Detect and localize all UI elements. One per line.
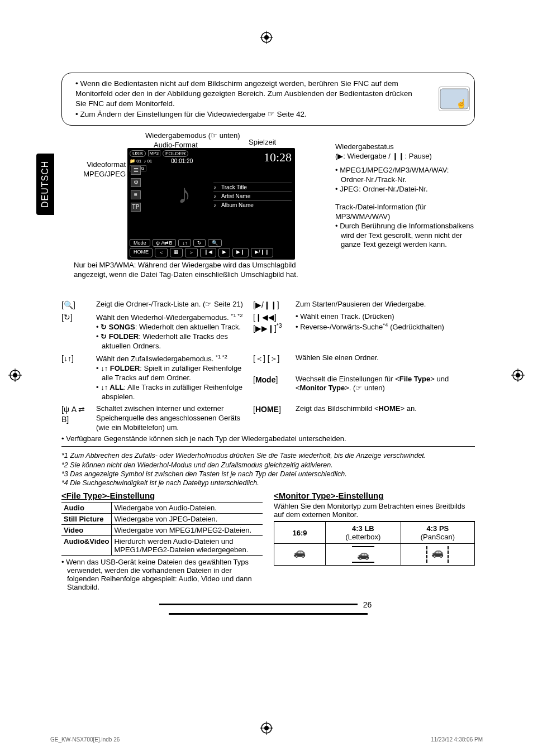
shuffle-btn-mock: ↓↑ — [178, 239, 191, 247]
desc: Zum Starten/Pausieren der Wiedergabe. — [296, 300, 475, 310]
search-icon: [🔍] — [61, 300, 93, 310]
desc: Wählt den Zufallswiedergabemodus. *1 *2 … — [96, 353, 250, 402]
ab-icon: [ψ A ⇄ B] — [61, 404, 93, 433]
footer-left: GE_KW-NSX700[E].indb 26 — [50, 736, 120, 743]
desc: Schaltet zwischen interner und externer … — [96, 404, 250, 433]
nextfolder-mock: ＞ — [185, 248, 198, 257]
callout-fileindex: MPEG1/MPEG2/MP3/WMA/WAV: Ordner-Nr./Trac… — [335, 166, 475, 194]
monitortype-heading: <Monitor Type>-Einstellung — [274, 491, 475, 500]
usb-indicator: USB — [130, 150, 146, 157]
mode-btn-mock: Mode — [130, 239, 150, 247]
home-btn-mock: HOME — [130, 248, 153, 257]
page-number: 26 — [358, 600, 378, 609]
shuffle-icon: [↓↑] — [61, 353, 93, 372]
next-btn-mock: ▶❙ — [232, 248, 249, 257]
desc: Zeigt die Ordner-/Track-Liste an. (☞ Sei… — [96, 300, 250, 310]
registration-mark — [511, 369, 525, 382]
filetype-table: AudioWiedergabe von Audio-Dateien. Still… — [61, 502, 263, 556]
file-type-setting: <File Type>-Einstellung AudioWiedergabe … — [61, 491, 263, 591]
aspect-panscan-icon — [426, 546, 449, 563]
registration-mark — [260, 31, 273, 44]
desc: Wählt den Wiederhol-Wiedergabemodus. *1 … — [96, 312, 250, 351]
playpause-icon: [▶/❙❙] — [253, 300, 292, 310]
repeat-btn-mock: ↻ — [193, 239, 206, 247]
player-screen-mock: USB MP3 FOLDER 📁 01 ♪ 01 00:01:20 MPEG 1… — [127, 148, 295, 260]
mode-label: [[Mode]Mode] — [253, 375, 292, 402]
monitortype-table: 16:9 4:3 LB(Letterbox) 4:3 PS(PanScan) — [274, 521, 475, 566]
home-label: [HOME] — [253, 404, 292, 433]
desc: Wählt einen Track. (Drücken) Reverse-/Vo… — [296, 312, 475, 351]
aspect-16-9-icon — [288, 546, 311, 563]
album-name-label: Album Name — [213, 200, 292, 209]
button-descriptions: [🔍] Zeigt die Ordner-/Track-Liste an. (☞… — [61, 300, 475, 444]
elapsed-time: 00:01:20 — [171, 158, 193, 164]
filetype-note: Wenn das USB-Gerät keine Dateien des gew… — [67, 558, 263, 591]
availability-note: Verfügbare Gegenstände können sich je na… — [61, 434, 475, 444]
language-tab: DEUTSCH — [36, 154, 54, 215]
prevfolder-mock: ＜ — [155, 248, 168, 257]
track-number: 01 — [147, 159, 152, 164]
callout-playtime: Spielzeit — [249, 138, 276, 147]
callout-videofmt: Videoformat MPEG/JPEG — [61, 160, 126, 179]
skip-icon: [❙◀◀] [▶▶❙]*3 — [253, 312, 292, 351]
artist-name-label: Artist Name — [213, 192, 292, 200]
page-number-bar: 26 — [61, 599, 475, 618]
info-bullet: Wenn die Bedientasten nicht auf dem Bild… — [75, 79, 424, 109]
gear-icon: ⚙ — [131, 178, 141, 187]
callout-status: Wiedergabestatus (▶: Wiedergabe / ❙❙: Pa… — [335, 142, 432, 161]
monitor-type-setting: <Monitor Type>-Einstellung Wählen Sie de… — [274, 491, 475, 591]
playpause-btn-mock: ▶/❙❙ — [251, 248, 273, 257]
repeat-icon: [↻] — [61, 312, 93, 351]
desc: Wechselt die Einstellungen für <File Typ… — [296, 375, 475, 402]
track-title-label: Track Title — [213, 183, 292, 192]
note-icon: ♪ — [178, 179, 191, 209]
play-btn-mock: ▶ — [218, 248, 230, 257]
callout-mp3note: Nur bei MP3/WMA: Während der Wiedergabe … — [74, 261, 320, 280]
view-icon: ☰ — [131, 166, 141, 175]
playback-diagram: USB MP3 FOLDER 📁 01 ♪ 01 00:01:20 MPEG 1… — [61, 131, 475, 299]
av-btn-mock: ▦ — [170, 248, 183, 257]
filetype-heading: <File Type>-Einstellung — [61, 491, 263, 500]
monitortype-desc: Wählen Sie den Monitortyp zum Betrachten… — [274, 502, 475, 519]
footer-right: 11/23/12 4:38:06 PM — [431, 736, 483, 743]
desc: Zeigt das Bildschirmbild <HOME> an. — [296, 404, 475, 433]
folder-nav-icon: [＜] [＞] — [253, 353, 292, 372]
hand-cursor-icon: ☝ — [456, 98, 467, 110]
callout-trackinfo: Track-/Datei-Information (für MP3/WMA/WA… — [335, 203, 475, 250]
prev-btn-mock: ❙◀ — [200, 248, 216, 257]
info-box: Wenn die Bedientasten nicht auf dem Bild… — [61, 73, 475, 126]
registration-mark — [8, 369, 22, 382]
tp-icon: TP — [131, 203, 141, 212]
folder-tag: FOLDER — [163, 150, 189, 157]
aspect-letterbox-icon — [352, 546, 374, 563]
search-btn-mock: 🔍 — [208, 239, 222, 247]
footnotes: *1 Zum Abbrechen des Zufalls- oder Wiede… — [61, 451, 475, 487]
registration-mark — [260, 721, 273, 735]
desc: Wählen Sie einen Ordner. — [296, 353, 475, 372]
touch-icon: ☝ — [439, 87, 470, 111]
eq-icon: ≡ — [131, 190, 141, 199]
callout-playmode: Wiedergabemodus (☞ unten) — [145, 131, 240, 141]
callout-audio: Audio-Format — [154, 141, 198, 150]
folder-number: 01 — [136, 159, 141, 164]
clock: 10:28 — [264, 150, 292, 165]
print-footer: GE_KW-NSX700[E].indb 26 11/23/12 4:38:06… — [50, 736, 483, 743]
ab-btn-mock: ψ A⇄B — [153, 239, 177, 247]
info-bullet: Zum Ändern der Einstellungen für die Vid… — [75, 109, 424, 119]
